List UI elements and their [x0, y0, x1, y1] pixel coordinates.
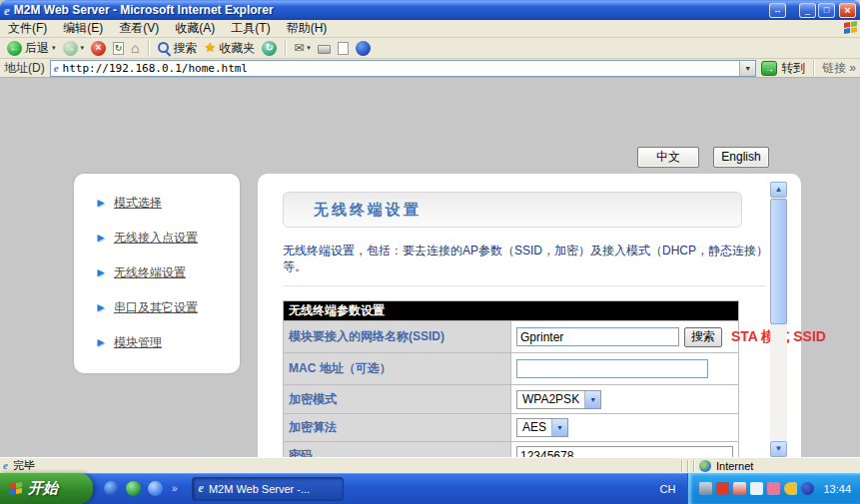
- address-dropdown-icon[interactable]: ▼: [739, 61, 755, 76]
- links-chevron-icon: »: [849, 61, 856, 75]
- encryption-algorithm-select[interactable]: AES ▼: [516, 418, 568, 437]
- arrow-icon: ►: [95, 196, 107, 210]
- address-bar: 地址(D) e http://192.168.0.1/home.html ▼ →…: [0, 59, 860, 78]
- mail-icon: ✉: [294, 41, 304, 55]
- forward-dropdown-icon: ▾: [81, 44, 85, 52]
- english-language-button[interactable]: English: [713, 147, 769, 168]
- status-text: 完毕: [13, 458, 35, 473]
- scrollbar-thumb[interactable]: [770, 199, 787, 324]
- forward-button[interactable]: → ▾: [61, 41, 87, 56]
- tray-icon[interactable]: [733, 482, 746, 495]
- page-title: 无线终端设置: [314, 201, 422, 220]
- encryption-mode-label: 加密模式: [284, 385, 511, 414]
- chinese-language-button[interactable]: 中文: [637, 147, 699, 168]
- encryption-algorithm-label: 加密算法: [284, 414, 511, 442]
- sidebar-item-mode-select[interactable]: ► 模式选择: [95, 193, 240, 213]
- go-button[interactable]: → 转到: [761, 60, 805, 77]
- tray-icon[interactable]: [716, 482, 729, 495]
- back-label: 后退: [25, 40, 49, 57]
- refresh-icon: ↻: [113, 42, 124, 55]
- sidebar-item-ap-settings[interactable]: ► 无线接入点设置: [95, 228, 240, 248]
- minimize-button[interactable]: _: [799, 3, 816, 18]
- tray-icon[interactable]: [750, 482, 763, 495]
- home-button[interactable]: ⌂: [129, 41, 141, 55]
- refresh-button[interactable]: ↻: [111, 42, 126, 55]
- links-menu[interactable]: 链接 »: [822, 60, 856, 77]
- menu-favorites[interactable]: 收藏(A): [167, 20, 223, 37]
- menu-view[interactable]: 查看(V): [111, 20, 167, 37]
- password-input[interactable]: [516, 446, 733, 457]
- encryption-mode-select[interactable]: WPA2PSK ▼: [516, 390, 601, 409]
- resize-toggle-button[interactable]: ↔: [769, 3, 786, 18]
- table-row: 加密模式 WPA2PSK ▼: [284, 385, 739, 414]
- tray-volume-icon[interactable]: [784, 482, 797, 495]
- edit-button[interactable]: [336, 42, 351, 55]
- arrow-icon: ►: [95, 265, 107, 279]
- menu-tools[interactable]: 工具(T): [223, 20, 278, 37]
- vertical-scrollbar[interactable]: ▲ ▼: [770, 182, 787, 457]
- page-favicon: e: [54, 62, 59, 75]
- quick-launch-icon[interactable]: [148, 481, 163, 496]
- title-bar: e M2M Web Server - Microsoft Internet Ex…: [0, 0, 860, 20]
- menu-edit[interactable]: 编辑(E): [55, 20, 111, 37]
- language-indicator[interactable]: CH: [660, 483, 676, 495]
- ssid-input[interactable]: [516, 327, 679, 346]
- restore-button[interactable]: □: [818, 3, 835, 18]
- history-button[interactable]: ↻: [260, 41, 279, 56]
- tray-icon[interactable]: [767, 482, 780, 495]
- parameters-table: 无线终端参数设置 模块要接入的网络名称(SSID) 搜索 STA 模式 SSID…: [283, 300, 739, 457]
- print-icon: [318, 45, 331, 54]
- scroll-down-icon[interactable]: ▼: [770, 441, 787, 457]
- scroll-up-icon[interactable]: ▲: [770, 182, 787, 198]
- address-input[interactable]: e http://192.168.0.1/home.html ▼: [50, 60, 757, 77]
- arrow-icon: ►: [95, 231, 107, 245]
- history-icon: ↻: [262, 41, 277, 56]
- tray-display-icon[interactable]: [699, 482, 712, 495]
- sidebar-item-serial-settings[interactable]: ► 串口及其它设置: [95, 297, 240, 317]
- quick-launch-ie-icon[interactable]: [104, 481, 119, 496]
- print-button[interactable]: [316, 42, 333, 54]
- start-button[interactable]: 开始: [0, 473, 93, 504]
- back-icon: ←: [7, 41, 22, 56]
- table-row: 密码: [284, 442, 739, 458]
- tray-icon[interactable]: [801, 482, 814, 495]
- back-button[interactable]: ← 后退 ▾: [5, 40, 58, 57]
- internet-zone-icon: [699, 460, 711, 472]
- status-separator: [681, 460, 682, 472]
- table-header: 无线终端参数设置: [284, 301, 739, 321]
- internet-zone-label: Internet: [716, 460, 753, 472]
- search-icon: [157, 41, 171, 55]
- page-description: 无线终端设置，包括：要去连接的AP参数（SSID，加密）及接入模式（DHCP，静…: [283, 243, 772, 274]
- sidebar-item-sta-settings[interactable]: ► 无线终端设置: [95, 262, 240, 282]
- messenger-icon: [356, 41, 371, 56]
- search-button[interactable]: 搜索: [155, 40, 200, 57]
- ie-window-icon: e: [4, 4, 10, 17]
- messenger-button[interactable]: [354, 41, 373, 56]
- sidebar-item-module-management[interactable]: ► 模块管理: [95, 332, 240, 352]
- quick-launch-chevron-icon[interactable]: »: [172, 483, 178, 494]
- chevron-down-icon: ▼: [584, 391, 600, 408]
- favorites-icon: ★: [205, 41, 217, 55]
- divider: [283, 285, 766, 286]
- table-row: MAC 地址（可选）: [284, 353, 739, 385]
- browser-window: e M2M Web Server - Microsoft Internet Ex…: [0, 0, 860, 504]
- close-button[interactable]: ×: [839, 3, 856, 18]
- address-url[interactable]: http://192.168.0.1/home.html: [63, 62, 736, 75]
- links-label: 链接: [822, 60, 846, 77]
- taskbar-clock: 13:44: [823, 483, 851, 495]
- mac-input[interactable]: [516, 359, 708, 378]
- quick-launch-icon[interactable]: [126, 481, 141, 496]
- password-label: 密码: [284, 442, 511, 458]
- go-icon: →: [761, 61, 777, 76]
- toolbar-separator: [148, 40, 149, 56]
- stop-button[interactable]: ×: [89, 41, 108, 56]
- search-ap-button[interactable]: 搜索: [684, 327, 722, 347]
- menu-file[interactable]: 文件(F): [0, 20, 55, 37]
- taskbar-task-button[interactable]: e M2M Web Server -...: [192, 477, 344, 501]
- status-bar: e 完毕 Internet: [0, 457, 860, 473]
- mail-button[interactable]: ✉ ▾: [292, 41, 313, 55]
- status-page-icon: e: [3, 459, 8, 472]
- windows-logo-icon: [844, 21, 857, 34]
- menu-help[interactable]: 帮助(H): [279, 20, 336, 37]
- favorites-button[interactable]: ★ 收藏夹: [203, 40, 258, 57]
